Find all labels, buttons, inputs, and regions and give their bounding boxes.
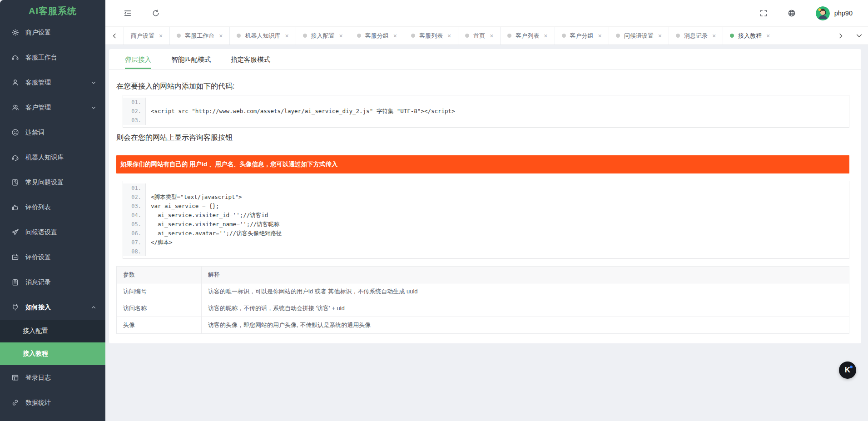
tabs-scroll-right-button[interactable] (832, 27, 850, 45)
tab-dot (465, 34, 469, 38)
explanation-cell: 访客的头像，即您网站的用户头像, 不传默认是系统的通用头像 (202, 317, 849, 334)
close-tab-icon[interactable]: × (598, 33, 602, 39)
code-line: 01. (123, 98, 849, 107)
content-tab-assigned-agent-mode[interactable]: 指定客服模式 (231, 49, 270, 69)
close-tab-icon[interactable]: × (658, 33, 662, 39)
close-tab-icon[interactable]: × (285, 33, 288, 39)
tab-integration-tutorial[interactable]: 接入教程 × (723, 27, 777, 45)
tab-greeting-settings[interactable]: 问候语设置 × (609, 27, 669, 45)
tab-robot-knowledge[interactable]: 机器人知识库 × (229, 27, 295, 45)
tab-integration-config[interactable]: 接入配置 × (296, 27, 350, 45)
result-text: 则会在您的网站上显示咨询客服按钮 (116, 133, 849, 143)
explanation-cell: 访客的昵称，不传的话，系统自动会拼接 '访客' + uid (202, 300, 849, 317)
content-tab-popup-integration[interactable]: 弹层接入 (125, 49, 151, 69)
chevron-left-icon (111, 33, 118, 39)
close-tab-icon[interactable]: × (544, 33, 547, 39)
tab-customer-groups[interactable]: 客户分组 × (555, 27, 609, 45)
tab-label: 客服分组 (365, 32, 389, 40)
sidebar-item-data-statistics[interactable]: 数据统计 (0, 390, 105, 415)
gear-icon (11, 29, 19, 36)
close-tab-icon[interactable]: × (766, 33, 770, 39)
code-line: 05. ai_service.visiter_name='';//访客昵称 (123, 220, 849, 229)
spacer (777, 27, 832, 45)
line-number: 03. (123, 202, 146, 211)
chevron-down-icon (856, 32, 863, 39)
code-line: 04. ai_service.visiter_id='';//访客id (123, 211, 849, 220)
tab-agent-groups[interactable]: 客服分组 × (350, 27, 404, 45)
table-row: 头像 访客的头像，即您网站的用户头像, 不传默认是系统的通用头像 (117, 317, 849, 334)
sidebar-item-login-log[interactable]: 登录日志 (0, 365, 105, 390)
sidebar-item-agent-workbench[interactable]: 客服工作台 (0, 45, 105, 70)
tab-dot (562, 34, 566, 38)
clipboard-icon (11, 278, 19, 286)
table-header-row: 参数 解释 (117, 267, 849, 283)
sidebar-item-agent-management[interactable]: 客服管理 (0, 70, 105, 95)
sidebar-item-how-to-integrate[interactable]: 如何接入 (0, 295, 105, 320)
tabs-scroll-left-button[interactable] (105, 27, 124, 45)
tab-customer-list[interactable]: 客户列表 × (500, 27, 554, 45)
tab-agent-workbench[interactable]: 客服工作台 × (169, 27, 229, 45)
column-header-param: 参数 (117, 267, 202, 283)
sidebar-item-forbidden-words[interactable]: 违禁词 (0, 120, 105, 145)
tab-dot (303, 34, 307, 38)
sidebar-item-faq-settings[interactable]: 常见问题设置 (0, 170, 105, 195)
refresh-icon[interactable] (152, 9, 160, 17)
close-tab-icon[interactable]: × (393, 33, 397, 39)
close-tab-icon[interactable]: × (219, 33, 223, 39)
close-tab-icon[interactable]: × (339, 33, 343, 39)
code-text: var ai_service = {}; (146, 202, 219, 211)
tab-message-log[interactable]: 消息记录 × (669, 27, 723, 45)
sidebar-item-label: 违禁词 (25, 129, 45, 137)
tab-dot (616, 34, 620, 38)
sidebar-item-label: 商户设置 (25, 29, 51, 37)
sidebar-item-label: 消息记录 (25, 278, 51, 287)
tab-home[interactable]: 首页 × (458, 27, 500, 45)
close-tab-icon[interactable]: × (712, 33, 716, 39)
sidebar-item-label: 客服工作台 (25, 54, 57, 62)
tab-agent-list[interactable]: 客服列表 × (404, 27, 458, 45)
collapse-sidebar-icon[interactable] (124, 9, 132, 17)
tabs-menu-button[interactable] (850, 27, 868, 45)
fullscreen-icon[interactable] (759, 9, 768, 17)
sidebar-item-robot-knowledge[interactable]: 机器人知识库 (0, 145, 105, 170)
close-tab-icon[interactable]: × (447, 33, 451, 39)
avatar[interactable] (816, 6, 830, 20)
tab-dot (411, 34, 415, 38)
sidebar-item-label: 常见问题设置 (25, 178, 64, 187)
sidebar-subitem-integration-config[interactable]: 接入配置 (0, 320, 105, 342)
chevron-right-icon (838, 33, 844, 39)
plug-icon (11, 303, 19, 311)
sidebar-item-label: 接入教程 (23, 350, 48, 358)
headset-icon (11, 54, 19, 61)
sidebar-item-label: 客服管理 (25, 79, 51, 87)
tab-label: 消息记录 (684, 32, 708, 40)
code-snippet-visitor-vars: 01. 02. <脚本类型="text/javascript"> 03. var… (123, 181, 849, 259)
main-content-card: 弹层接入 智能匹配模式 指定客服模式 在您要接入的网站内添加如下的代码: 01.… (109, 49, 861, 343)
close-tab-icon[interactable]: × (159, 33, 163, 39)
code-text: </脚本> (146, 238, 173, 247)
code-line: 01. (123, 183, 849, 193)
code-text: <script src="http://www.web.com/assets/l… (146, 107, 455, 116)
sidebar-item-greeting-settings[interactable]: 问候语设置 (0, 220, 105, 245)
globe-language-icon[interactable] (788, 9, 796, 17)
code-line: 03. (123, 116, 849, 125)
tab-dot (237, 34, 241, 38)
calendar-icon (11, 374, 19, 381)
sidebar-item-review-settings[interactable]: 评价设置 (0, 245, 105, 270)
sidebar-subitem-integration-tutorial[interactable]: 接入教程 (0, 342, 105, 365)
sidebar-item-message-log[interactable]: 消息记录 (0, 270, 105, 295)
tab-merchant-settings[interactable]: 商户设置 × (124, 27, 169, 45)
tab-label: 客服列表 (419, 32, 443, 40)
content-tab-smart-match-mode[interactable]: 智能匹配模式 (171, 49, 211, 69)
code-line: 02. <script src="http://www.web.com/asse… (123, 107, 849, 116)
sidebar-item-review-list[interactable]: 评价列表 (0, 195, 105, 220)
sidebar: AI客服系统 商户设置 客服工作台 客服管理 客户管理 违禁词 机器人知识库 常… (0, 0, 105, 421)
sidebar-item-customer-management[interactable]: 客户管理 (0, 95, 105, 120)
note-card-icon (11, 253, 19, 261)
sidebar-item-label: 评价设置 (25, 253, 51, 262)
line-number: 05. (123, 220, 146, 229)
close-tab-icon[interactable]: × (490, 33, 493, 39)
floating-widget-button[interactable]: K (839, 362, 856, 379)
sidebar-item-merchant-settings[interactable]: 商户设置 (0, 20, 105, 45)
thumbs-up-icon (11, 203, 19, 211)
